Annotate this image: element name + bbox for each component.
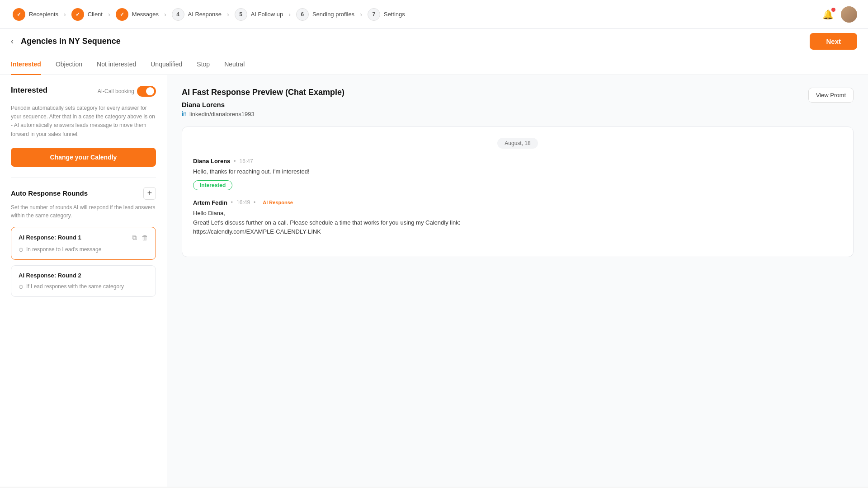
nav-step-client[interactable]: ✓ Client	[70, 8, 104, 21]
round-1-copy-button[interactable]: ⧉	[132, 234, 137, 242]
view-promt-button[interactable]: View Promt	[808, 88, 854, 103]
message-1-sender: Diana Lorens	[193, 158, 230, 164]
next-button[interactable]: Next	[810, 33, 857, 50]
chat-date: August, 18	[193, 138, 842, 149]
message-2-dot2: •	[254, 199, 255, 206]
ai-call-booking-row: Interested AI-Call booking	[11, 86, 156, 97]
round-card-1[interactable]: AI Response: Round 1 ⧉ 🗑 ⊙ In response t…	[11, 227, 156, 260]
ai-followup-label: AI Follow up	[251, 11, 283, 18]
message-1-dot: •	[234, 158, 236, 164]
round-1-sub-icon: ⊙	[19, 246, 24, 253]
tab-unqualified[interactable]: Unqualified	[151, 54, 182, 75]
round-1-sublabel: ⊙ In response to Lead's message	[19, 246, 148, 253]
interested-title: Interested	[11, 86, 47, 95]
settings-number: 7	[368, 8, 380, 21]
ai-response-badge: AI Response	[259, 199, 297, 206]
nav-step-settings[interactable]: 7 Settings	[366, 8, 407, 21]
round-1-sub-text: In response to Lead's message	[26, 246, 101, 253]
message-1-text: Hello, thanks for reaching out. I'm inte…	[193, 167, 842, 177]
change-calendly-button[interactable]: Change your Calendly	[11, 148, 156, 167]
settings-label: Settings	[384, 11, 405, 18]
chevron-icon-1: ›	[64, 11, 66, 18]
round-2-sub-icon: ⊙	[19, 283, 24, 290]
interested-tag: Interested	[193, 180, 232, 190]
tab-interested[interactable]: Interested	[11, 54, 41, 75]
ai-call-toggle-wrap: AI-Call booking	[98, 86, 156, 97]
round-card-2[interactable]: AI Response: Round 2 ⊙ If Lead respones …	[11, 265, 156, 297]
ai-call-label: AI-Call booking	[98, 88, 134, 94]
sending-profiles-label: Sending profiles	[312, 11, 354, 18]
message-2-sender: Artem Fedin	[193, 199, 227, 206]
messages-check-icon: ✓	[116, 8, 128, 21]
tab-objection[interactable]: Objection	[56, 54, 82, 75]
preview-header: AI Fast Response Preview (Chat Example) …	[182, 88, 854, 117]
notification-bell[interactable]: 🔔	[822, 9, 834, 20]
message-2-time: 16:49	[236, 199, 250, 206]
nav-right-area: 🔔	[822, 6, 857, 23]
chat-message-2: Artem Fedin • 16:49 • AI Response Hello …	[193, 199, 842, 237]
round-1-title: AI Response: Round 1	[19, 234, 81, 241]
round-2-header: AI Response: Round 2	[19, 272, 148, 279]
client-check-icon: ✓	[71, 8, 84, 21]
client-label: Client	[88, 11, 103, 18]
linkedin-url: linkedin/dianalorens1993	[189, 111, 255, 117]
message-1-meta: Diana Lorens • 16:47	[193, 158, 842, 164]
contact-linkedin: in linkedin/dianalorens1993	[182, 110, 344, 117]
add-round-button[interactable]: +	[143, 187, 156, 200]
chevron-icon-2: ›	[108, 11, 110, 18]
notification-badge	[831, 8, 835, 12]
round-2-title: AI Response: Round 2	[19, 272, 81, 279]
nav-step-sending-profiles[interactable]: 6 Sending profiles	[294, 8, 356, 21]
ai-followup-number: 5	[235, 8, 247, 21]
auto-response-description: Set the number of rounds AI will respond…	[11, 203, 156, 220]
chat-message-1: Diana Lorens • 16:47 Hello, thanks for r…	[193, 158, 842, 190]
top-navigation: ✓ Recepients › ✓ Client › ✓ Messages › 4…	[0, 0, 868, 29]
category-tabs: Interested Objection Not interested Unqu…	[0, 54, 868, 75]
preview-title: AI Fast Response Preview (Chat Example)	[182, 88, 344, 97]
tab-neutral[interactable]: Neutral	[224, 54, 245, 75]
tab-not-interested[interactable]: Not interested	[97, 54, 136, 75]
message-2-meta: Artem Fedin • 16:49 • AI Response	[193, 199, 842, 206]
left-panel: Interested AI-Call booking Periodix auto…	[0, 75, 167, 487]
auto-response-header: Auto Response Rounds +	[11, 187, 156, 200]
interested-description: Periodix automatically sets category for…	[11, 104, 156, 139]
nav-step-recipients[interactable]: ✓ Recepients	[11, 8, 60, 21]
back-button[interactable]: ‹	[11, 37, 14, 46]
auto-response-title: Auto Response Rounds	[11, 189, 88, 197]
recipients-label: Recepients	[29, 11, 58, 18]
round-2-sub-text: If Lead respones with the same category	[26, 283, 124, 290]
round-1-header: AI Response: Round 1 ⧉ 🗑	[19, 234, 148, 242]
chevron-icon-5: ›	[288, 11, 291, 18]
round-1-actions: ⧉ 🗑	[132, 234, 148, 242]
preview-contact-info: AI Fast Response Preview (Chat Example) …	[182, 88, 344, 117]
right-panel: AI Fast Response Preview (Chat Example) …	[167, 75, 868, 487]
ai-call-toggle[interactable]	[137, 86, 156, 97]
page-title: Agencies in NY Sequence	[21, 37, 121, 46]
main-layout: Interested AI-Call booking Periodix auto…	[0, 75, 868, 487]
nav-step-ai-follow-up[interactable]: 5 AI Follow up	[233, 8, 285, 21]
nav-step-messages[interactable]: ✓ Messages	[114, 8, 160, 21]
toggle-slider	[137, 86, 156, 97]
ai-response-label: AI Response	[188, 11, 222, 18]
linkedin-icon: in	[182, 110, 187, 117]
messages-label: Messages	[132, 11, 159, 18]
round-2-sublabel: ⊙ If Lead respones with the same categor…	[19, 283, 148, 290]
message-2-text: Hello Diana, Great! Let's discuss furthe…	[193, 209, 842, 237]
message-1-time: 16:47	[240, 158, 253, 164]
chat-date-bubble: August, 18	[497, 138, 538, 149]
chevron-icon-6: ›	[360, 11, 362, 18]
message-2-dot: •	[231, 199, 233, 206]
nav-step-ai-response[interactable]: 4 AI Response	[170, 8, 223, 21]
chat-area: August, 18 Diana Lorens • 16:47 Hello, t…	[182, 127, 854, 257]
sub-header: ‹ Agencies in NY Sequence Next	[0, 29, 868, 54]
chevron-icon-3: ›	[164, 11, 166, 18]
recipients-check-icon: ✓	[13, 8, 25, 21]
ai-response-number: 4	[172, 8, 184, 21]
round-1-delete-button[interactable]: 🗑	[142, 234, 148, 242]
divider	[11, 178, 156, 178]
tab-stop[interactable]: Stop	[197, 54, 210, 75]
chevron-icon-4: ›	[227, 11, 229, 18]
sending-profiles-number: 6	[296, 8, 309, 21]
user-avatar[interactable]	[841, 6, 857, 23]
contact-name: Diana Lorens	[182, 101, 344, 108]
